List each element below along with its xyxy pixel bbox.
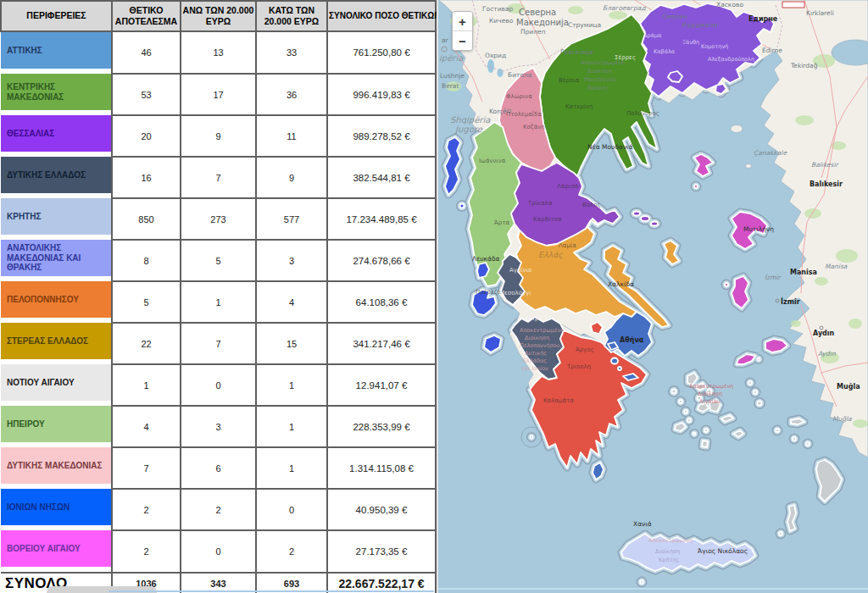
region-label-cell: ΔΥΤΙΚΗΣ ΜΑΚΕΔΟΝΙΑΣ — [1, 447, 112, 489]
zoom-in-button[interactable]: + — [453, 12, 472, 30]
svg-text:Северна: Северна — [519, 8, 556, 17]
svg-text:ipëria: ipëria — [439, 53, 464, 64]
zoom-out-button[interactable]: − — [453, 30, 472, 50]
region-label-cell: ΒΟΡΕΙΟΥ ΑΙΓΑΙΟΥ — [1, 530, 112, 573]
svg-text:Τρίκαλα: Τρίκαλα — [527, 200, 553, 207]
region-chip: ΣΤΕΡΕΑΣ ΕΛΛΑΔΟΣ — [1, 323, 111, 359]
svg-text:Manisa: Manisa — [825, 263, 848, 270]
svg-text:Кичево: Кичево — [489, 17, 514, 25]
svg-text:Αλεξανδρούπολη: Αλεξανδρούπολη — [708, 56, 754, 63]
amount-cell: 64.108,36 € — [327, 281, 436, 323]
svg-text:Μυτιλήνη: Μυτιλήνη — [743, 225, 774, 233]
count-cell: 5 — [181, 240, 256, 281]
amount-cell: 27.173,35 € — [327, 530, 436, 573]
count-cell: 9 — [181, 115, 256, 157]
count-cell: 7 — [181, 323, 256, 364]
region-label-cell: ΣΤΕΡΕΑΣ ΕΛΛΑΔΟΣ — [1, 323, 112, 364]
regions-table-panel: ΠΕΡΙΦΕΡΕΙΕΣ ΘΕΤΙΚΟ ΑΠΟΤΕΛΕΣΜΑ ΑΝΩ ΤΩΝ 20… — [0, 0, 437, 593]
table-row: ΘΕΣΣΑΛΙΑΣ20911989.278,52 € — [1, 115, 436, 157]
svg-text:Muğla: Muğla — [837, 383, 860, 391]
svg-text:Καλαμάτα: Καλαμάτα — [543, 397, 574, 404]
svg-text:Balıkesir: Balıkesir — [810, 180, 843, 188]
svg-text:Κρήτης: Κρήτης — [659, 557, 680, 563]
region-label-cell: ΔΥΤΙΚΗΣ ΕΛΛΑΔΟΣ — [1, 157, 112, 198]
svg-text:Кърджали: Кърджали — [682, 21, 718, 29]
count-cell: 1 — [112, 364, 181, 406]
svg-text:Edirne: Edirne — [762, 47, 782, 54]
svg-text:Αποκεντρωμένη: Αποκεντρωμένη — [581, 59, 625, 66]
svg-text:Охрид: Охрид — [485, 52, 506, 59]
region-chip: ΚΡΗΤΗΣ — [1, 198, 111, 235]
count-cell: 0 — [181, 530, 256, 573]
svg-text:Korçë: Korçë — [489, 108, 507, 115]
svg-text:Δυτικής: Δυτικής — [525, 350, 547, 357]
svg-text:Berat: Berat — [442, 82, 459, 90]
svg-text:İzmir: İzmir — [765, 274, 782, 281]
svg-text:Μακεδονίας: Μακεδονίας — [584, 76, 617, 83]
table-row: ΚΕΝΤΡΙΚΗΣ ΜΑΚΕΔΟΝΙΑΣ531736996.419,83 € — [1, 74, 436, 115]
svg-text:Manisa: Manisa — [790, 269, 817, 276]
table-row: ΙΟΝΙΩΝ ΝΗΣΩΝ22040.950,39 € — [1, 489, 436, 530]
col-header-below20k: ΚΑΤΩ ΤΩΝ 20.000 ΕΥΡΩ — [256, 1, 327, 31]
region-chip: ΑΝΑΤΟΛΙΚΗΣ ΜΑΚΕΔΟΝΙΑΣ ΚΑΙ ΘΡΑΚΗΣ — [1, 240, 111, 276]
count-cell: 1 — [256, 364, 327, 406]
amount-cell: 12.941,07 € — [327, 364, 436, 406]
svg-text:Muğla: Muğla — [832, 415, 852, 423]
table-row: ΑΝΑΤΟΛΙΚΗΣ ΜΑΚΕΔΟΝΙΑΣ ΚΑΙ ΘΡΑΚΗΣ853274.6… — [1, 240, 436, 281]
count-cell: 2 — [181, 489, 256, 530]
table-row: ΠΕΛΟΠΟΝΝΗΣΟΥ51464.108,36 € — [1, 281, 436, 323]
svg-text:Aydın: Aydın — [818, 350, 836, 357]
island-skopelos[interactable] — [641, 216, 649, 221]
count-cell: 0 — [181, 364, 256, 406]
svg-text:Αιγαίου: Αιγαίου — [699, 398, 721, 405]
svg-text:Πολύγυρος: Πολύγυρος — [626, 110, 659, 117]
island-poros[interactable] — [618, 367, 621, 370]
col-header-total: ΣΥΝΟΛΙΚΟ ΠΟΣΟ ΘΕΤΙΚΩΝ — [327, 1, 436, 31]
table-row: ΔΥΤΙΚΗΣ ΕΛΛΑΔΟΣ1679382.544,81 € — [1, 157, 436, 198]
table-row: ΚΡΗΤΗΣ85027357717.234.489,85 € — [1, 198, 436, 240]
table-row: ΑΤΤΙΚΗΣ461333761.250,80 € — [1, 31, 436, 74]
island-gavdos[interactable] — [640, 580, 643, 584]
greece-map[interactable]: Гостивар Кичево Северна Македонија Приле… — [437, 0, 868, 593]
svg-text:Ελλάς: Ελλάς — [538, 250, 564, 259]
island-skiathos[interactable] — [633, 212, 640, 216]
count-cell: 4 — [112, 406, 181, 447]
svg-text:Διοίκηση: Διοίκηση — [525, 335, 549, 341]
col-header-regions: ΠΕΡΙΦΕΡΕΙΕΣ — [1, 1, 112, 31]
svg-text:Λαμία: Λαμία — [559, 242, 576, 249]
table-row: ΣΤΕΡΕΑΣ ΕΛΛΑΔΟΣ22715341.217,46 € — [1, 323, 436, 364]
svg-text:Ελλάδας: Ελλάδας — [523, 357, 547, 364]
svg-text:Ιωάννινα: Ιωάννινα — [479, 158, 506, 164]
island-psara[interactable] — [725, 283, 728, 286]
count-cell: 8 — [112, 240, 181, 281]
svg-text:Διοίκηση: Διοίκηση — [587, 68, 612, 75]
islet-strofades[interactable] — [531, 436, 533, 439]
svg-text:Αποκεντρωμένη: Αποκεντρωμένη — [520, 327, 564, 334]
count-cell: 53 — [112, 74, 181, 115]
count-cell: 46 — [112, 31, 181, 74]
svg-text:Διοίκηση: Διοίκηση — [655, 548, 680, 555]
region-label-cell: ΠΕΛΟΠΟΝΝΗΣΟΥ — [1, 281, 112, 323]
svg-text:Αποκεντρωμένη: Αποκεντρωμένη — [689, 383, 733, 390]
count-cell: 0 — [256, 489, 327, 530]
island-agios-efstratios[interactable] — [694, 185, 698, 188]
svg-text:και Ιονίου: και Ιονίου — [521, 365, 548, 372]
svg-text:Ξάνθη: Ξάνθη — [682, 39, 699, 46]
selection-line-artifact — [108, 590, 434, 592]
count-cell: 13 — [181, 31, 256, 74]
region-chip: ΑΤΤΙΚΗΣ — [1, 32, 111, 69]
region-chip: ΝΟΤΙΟΥ ΑΙΓΑΙΟΥ — [1, 364, 111, 401]
svg-text:Πρέβεζα: Πρέβεζα — [476, 289, 502, 296]
amount-cell: 989.278,52 € — [327, 115, 436, 157]
island-aegina[interactable] — [611, 358, 618, 364]
region-label-cell: ΙΟΝΙΩΝ ΝΗΣΩΝ — [1, 489, 112, 530]
region-label-cell: ΑΝΑΤΟΛΙΚΗΣ ΜΑΚΕΔΟΝΙΑΣ ΚΑΙ ΘΡΑΚΗΣ — [1, 240, 112, 281]
island-alonnisos[interactable] — [651, 222, 658, 226]
svg-text:Смолян: Смолян — [662, 13, 687, 20]
svg-text:Άρτα: Άρτα — [494, 219, 510, 226]
island-fourni[interactable] — [758, 358, 760, 361]
count-cell: 6 — [181, 447, 256, 489]
svg-text:Гевгелија: Гевгелија — [560, 48, 593, 56]
svg-text:Битола: Битола — [508, 71, 531, 79]
island-paxi[interactable] — [460, 204, 465, 208]
